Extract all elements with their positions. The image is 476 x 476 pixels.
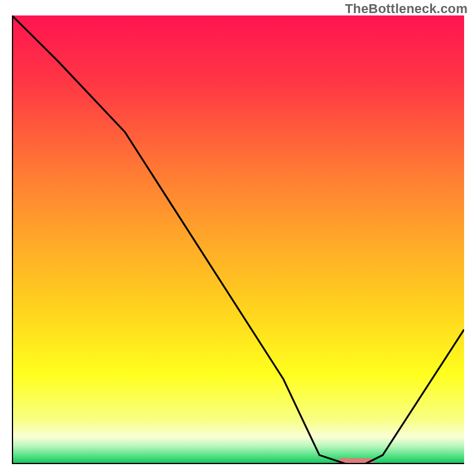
chart-container: TheBottleneck.com: [0, 0, 476, 476]
watermark-text: TheBottleneck.com: [345, 1, 468, 17]
gradient-background: [12, 15, 464, 464]
plot-area: [12, 15, 464, 464]
chart-svg: [12, 15, 464, 464]
